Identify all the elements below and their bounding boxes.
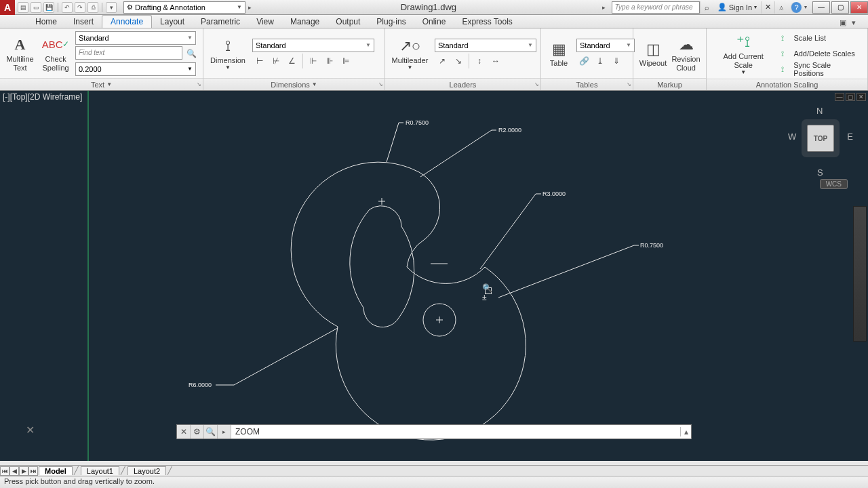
tab-express[interactable]: Express Tools [454, 16, 520, 28]
table-button[interactable]: ▦Table [545, 37, 572, 69]
tab-plugins[interactable]: Plug-ins [368, 16, 414, 28]
qat-undo-icon[interactable]: ↶ [62, 2, 73, 13]
viewcube-w[interactable]: W [788, 131, 796, 142]
qat-new-icon[interactable]: ▤ [18, 2, 28, 13]
leader-remove-icon[interactable]: ↘ [451, 54, 466, 68]
leader-add-icon[interactable]: ↗ [435, 54, 450, 68]
command-line[interactable]: ✕ ⚙ 🔍 ▸ ZOOM ▴ [176, 424, 692, 439]
table-style-combo[interactable]: Standard▼ [576, 39, 635, 52]
table-extract-icon[interactable]: ⤓ [593, 54, 608, 68]
wipeout-button[interactable]: ◫Wipeout [637, 37, 669, 69]
dim-aligned-icon[interactable]: ⊬ [269, 54, 283, 68]
exchange-icon[interactable]: ✕ [761, 1, 774, 14]
text-height-input[interactable]: 0.2000▼ [75, 62, 196, 76]
qat-dd-icon[interactable]: ▾ [106, 2, 117, 13]
sign-in-button[interactable]: 👤Sign In▾ [713, 3, 761, 12]
drawing-canvas[interactable]: [-][Top][2D Wireframe] — ▢ ✕ [0, 91, 868, 461]
workspace-selector[interactable]: ⚙ Drafting & Annotation▼ [123, 1, 245, 14]
tab-layout2[interactable]: Layout2 [127, 466, 166, 475]
app-logo[interactable]: A [0, 0, 15, 15]
cmd-search-icon[interactable]: 🔍 [204, 425, 218, 439]
leader-align-icon[interactable]: ↕ [472, 54, 487, 68]
panel-label-text[interactable]: Text▼↘ [0, 78, 203, 90]
adddelete-icon: ⟟ [781, 49, 791, 58]
tab-output[interactable]: Output [328, 16, 368, 28]
tab-parametric[interactable]: Parametric [193, 16, 248, 28]
dim-angular-icon[interactable]: ∠ [285, 54, 300, 68]
viewcube-top[interactable]: TOP [807, 125, 834, 152]
tab-layout1[interactable]: Layout1 [81, 466, 119, 475]
add-current-scale-button[interactable]: ⁺⟟Add Current Scale▼ [711, 30, 776, 77]
multileader-button[interactable]: ↗○Multileader▼ [389, 35, 431, 73]
maximize-button[interactable]: ▢ [831, 1, 849, 14]
ribbon-collapse-icon[interactable]: ▣ [840, 18, 849, 28]
text-style-combo[interactable]: Standard▼ [75, 31, 196, 45]
search-input[interactable]: Type a keyword or phrase [612, 1, 700, 14]
cmd-history-icon[interactable]: ▴ [680, 427, 691, 436]
find-text-input[interactable]: Find text [75, 46, 182, 60]
dim-ordinate-icon[interactable]: ⊫ [338, 54, 353, 68]
tab-model[interactable]: Model [39, 466, 73, 475]
wcs-badge[interactable]: WCS [820, 179, 848, 189]
multiline-text-button[interactable]: AMultiline Text [4, 33, 36, 73]
tab-home[interactable]: Home [27, 16, 65, 28]
stayconnected-icon[interactable]: ⟑ [774, 1, 788, 14]
dim-style-combo[interactable]: Standard▼ [252, 39, 374, 52]
qat-open-icon[interactable]: ▭ [31, 2, 41, 13]
viewcube[interactable]: N S W E TOP [787, 106, 854, 174]
navigation-bar[interactable] [853, 206, 867, 342]
viewcube-e[interactable]: E [847, 131, 853, 142]
command-history-close-icon[interactable]: ✕ [26, 424, 35, 436]
leader-collect-icon[interactable]: ↔ [488, 54, 503, 68]
add-delete-scales-button[interactable]: ⟟Add/Delete Scales [780, 47, 863, 60]
panel-label-tables[interactable]: Tables↘ [541, 78, 633, 90]
tab-nav-next-icon[interactable]: ▶ [19, 466, 28, 476]
ribbon-menu-icon[interactable]: ▾ [852, 18, 861, 28]
qat-print-icon[interactable]: ⎙ [87, 2, 98, 13]
panel-label-leaders[interactable]: Leaders↘ [385, 78, 540, 90]
cmd-options-icon[interactable]: ⚙ [191, 425, 204, 439]
title-menu-icon[interactable]: ▸ [602, 4, 612, 11]
command-text[interactable]: ZOOM [231, 427, 264, 436]
qat-save-icon[interactable]: 💾 [43, 2, 54, 13]
viewcube-s[interactable]: S [817, 167, 823, 178]
dim-label-3: R3.0000 [542, 190, 566, 197]
tab-online[interactable]: Online [414, 16, 454, 28]
tab-annotate[interactable]: Annotate [102, 15, 152, 28]
sync-scale-button[interactable]: ⟟Sync Scale Positions [780, 62, 863, 76]
qat-redo-icon[interactable]: ↷ [75, 2, 85, 13]
check-spelling-button[interactable]: ABC✓Check Spelling [40, 33, 71, 73]
help-icon[interactable]: ? [791, 2, 802, 13]
revision-cloud-button[interactable]: ☁Revision Cloud [670, 33, 702, 73]
panel-label-dimensions[interactable]: Dimensions▼↘ [203, 78, 384, 90]
table-download-icon[interactable]: ⇓ [609, 54, 624, 68]
viewcube-n[interactable]: N [816, 106, 823, 116]
cmd-close-icon[interactable]: ✕ [177, 425, 191, 439]
scale-list-button[interactable]: ⟟Scale List [780, 31, 863, 45]
tab-manage[interactable]: Manage [282, 16, 328, 28]
table-link-icon[interactable]: 🔗 [576, 54, 591, 68]
infocenter-icon[interactable]: ⌕ [700, 1, 713, 14]
dim-continue-icon[interactable]: ⊩ [306, 54, 321, 68]
dimension-button[interactable]: ⟟Dimension▼ [208, 35, 248, 73]
minimize-button[interactable]: — [812, 1, 830, 14]
gear-icon: ⚙ [127, 3, 133, 11]
close-button[interactable]: ✕ [850, 1, 868, 14]
tab-nav-prev-icon[interactable]: ◀ [9, 466, 19, 476]
tab-insert[interactable]: Insert [65, 16, 102, 28]
dim-baseline-icon[interactable]: ⊪ [322, 54, 337, 68]
tab-view[interactable]: View [248, 16, 282, 28]
tab-nav-first-icon[interactable]: ⏮ [0, 466, 9, 476]
svg-line-7 [387, 123, 399, 162]
find-go-icon[interactable]: 🔍 [184, 46, 199, 61]
leader-style-combo[interactable]: Standard▼ [435, 39, 536, 52]
document-title: Drawing1.dwg [258, 2, 599, 12]
dim-linear-icon[interactable]: ⊢ [252, 54, 267, 68]
tab-nav-last-icon[interactable]: ⏭ [28, 466, 38, 476]
tab-layout[interactable]: Layout [152, 16, 193, 28]
sync-icon: ⟟ [781, 65, 791, 74]
status-bar: Press pick button and drag vertically to… [0, 476, 868, 488]
annoscale-icon: ⁺⟟ [732, 32, 754, 52]
workspace-play-icon[interactable]: ▸ [248, 4, 258, 11]
table-icon: ▦ [548, 39, 570, 59]
